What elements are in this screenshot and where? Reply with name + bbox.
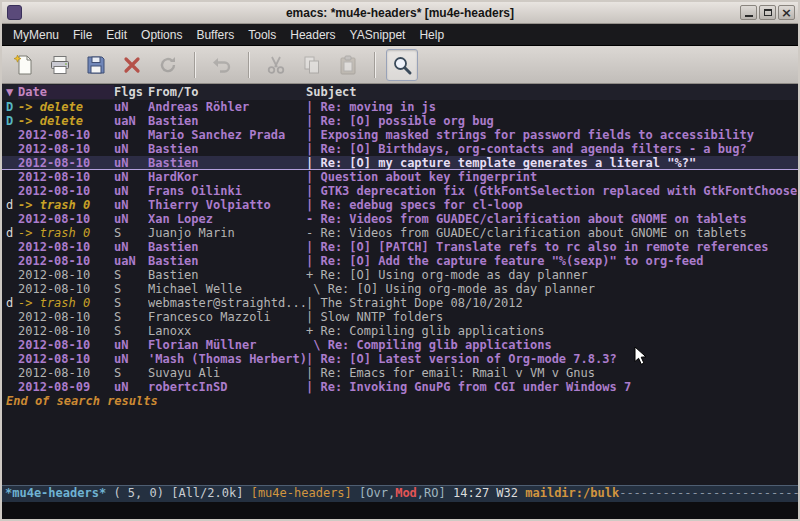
- modeline-major-mode[interactable]: [mu4e-headers]: [251, 486, 359, 500]
- minimize-button[interactable]: [740, 5, 757, 20]
- message-row[interactable]: d-> trash 0SJuanjo Marin- Re: Videos fro…: [2, 226, 798, 240]
- copy-icon: [301, 54, 323, 76]
- maximize-button[interactable]: [759, 5, 776, 20]
- paste-button: [332, 49, 364, 81]
- message-flags: S: [114, 324, 148, 338]
- save-icon: [85, 54, 107, 76]
- close-button[interactable]: [116, 49, 148, 81]
- message-mark: D: [6, 100, 18, 114]
- message-subject: | Exposing masked strings for password f…: [306, 128, 798, 142]
- message-flags: uN: [114, 338, 148, 352]
- message-subject: | Re: [O] [PATCH] Translate refs to rc a…: [306, 240, 798, 254]
- column-header-date[interactable]: Date: [18, 85, 114, 99]
- message-from: Suvayu Ali: [148, 366, 306, 380]
- message-mark: [6, 268, 18, 282]
- message-mark: [6, 170, 18, 184]
- message-date: -> trash 0: [18, 226, 114, 240]
- message-row[interactable]: 2012-08-10uNBastien| Re: [O] my capture …: [2, 156, 798, 170]
- message-row[interactable]: d-> trash 0uNThierry Volpiatto| Re: edeb…: [2, 198, 798, 212]
- save-button[interactable]: [80, 49, 112, 81]
- message-mark: [6, 156, 18, 170]
- message-date: 2012-08-10: [18, 142, 114, 156]
- message-flags: uN: [114, 198, 148, 212]
- message-row[interactable]: 2012-08-09uNrobertcInSD| Re: Invoking Gn…: [2, 380, 798, 394]
- message-from: Michael Welle: [148, 282, 306, 296]
- message-row[interactable]: 2012-08-10uNMario Sanchez Prada| Exposin…: [2, 128, 798, 142]
- title-bar[interactable]: emacs: *mu4e-headers* [mu4e-headers] ×: [2, 2, 798, 24]
- message-mark: [6, 324, 18, 338]
- message-row[interactable]: d-> trash 0Swebmaster@straightd...| The …: [2, 296, 798, 310]
- menu-item-tools[interactable]: Tools: [241, 25, 283, 45]
- message-row[interactable]: 2012-08-10SSuvayu Ali| Re: Emacs for ema…: [2, 366, 798, 380]
- revert-icon: [157, 54, 179, 76]
- message-date: 2012-08-10: [18, 240, 114, 254]
- message-row[interactable]: 2012-08-10uNHardKor| Question about key …: [2, 170, 798, 184]
- menu-item-help[interactable]: Help: [412, 25, 451, 45]
- message-row[interactable]: 2012-08-10uNBastien| Re: [O] Birthdays, …: [2, 142, 798, 156]
- emacs-window: emacs: *mu4e-headers* [mu4e-headers] × M…: [0, 0, 800, 521]
- undo-button: [206, 49, 238, 81]
- toolbar: [2, 46, 798, 84]
- column-header-from[interactable]: From/To: [148, 85, 306, 99]
- menu-item-mymenu[interactable]: MyMenu: [6, 25, 66, 45]
- message-flags: S: [114, 296, 148, 310]
- buffer[interactable]: ▼ Date Flgs From/To Subject D-> deleteuN…: [2, 84, 798, 485]
- message-flags: S: [114, 226, 148, 240]
- message-mark: d: [6, 296, 18, 310]
- message-subject: | Re: [O] Latest version of Org-mode 7.8…: [306, 352, 798, 366]
- modeline-buffer-name[interactable]: *mu4e-headers*: [5, 486, 106, 500]
- message-row[interactable]: 2012-08-10uNBastien| Re: [O] [PATCH] Tra…: [2, 240, 798, 254]
- toolbar-separator: [248, 52, 250, 78]
- window-title: emacs: *mu4e-headers* [mu4e-headers]: [2, 6, 798, 20]
- message-date: 2012-08-10: [18, 324, 114, 338]
- message-from: HardKor: [148, 170, 306, 184]
- menu-item-file[interactable]: File: [66, 25, 99, 45]
- menu-item-yasnippet[interactable]: YASnippet: [343, 25, 413, 45]
- message-row[interactable]: 2012-08-10uN'Mash (Thomas Herbert)| Re: …: [2, 352, 798, 366]
- message-row[interactable]: 2012-08-10SLanoxx+ Re: Compiling glib ap…: [2, 324, 798, 338]
- message-date: -> trash 0: [18, 198, 114, 212]
- message-mark: [6, 240, 18, 254]
- message-flags: uN: [114, 156, 148, 170]
- message-from: Bastien: [148, 114, 306, 128]
- message-mark: d: [6, 198, 18, 212]
- new-file-button[interactable]: [8, 49, 40, 81]
- menu-item-buffers[interactable]: Buffers: [189, 25, 241, 45]
- menu-item-edit[interactable]: Edit: [99, 25, 134, 45]
- column-header-subject[interactable]: Subject: [306, 85, 798, 99]
- message-date: 2012-08-10: [18, 128, 114, 142]
- message-from: Francesco Mazzoli: [148, 310, 306, 324]
- maximize-icon: [764, 9, 772, 16]
- menu-item-options[interactable]: Options: [134, 25, 189, 45]
- mode-line: *mu4e-headers* ( 5, 0) [All/2.0k] [mu4e-…: [2, 485, 798, 502]
- message-row[interactable]: D-> deleteuaNBastien| Re: [O] possible o…: [2, 114, 798, 128]
- echo-area[interactable]: [2, 502, 798, 519]
- message-subject: | Re: edebug specs for cl-loop: [306, 198, 798, 212]
- message-row[interactable]: 2012-08-10SMichael Welle \ Re: [O] Using…: [2, 282, 798, 296]
- message-subject: | Question about key fingerprint: [306, 170, 798, 184]
- message-flags: uN: [114, 100, 148, 114]
- print-button[interactable]: [44, 49, 76, 81]
- message-row[interactable]: 2012-08-10uNXan Lopez- Re: Videos from G…: [2, 212, 798, 226]
- message-subject: | Re: [O] my capture template generates …: [306, 156, 798, 170]
- column-header-flags[interactable]: Flgs: [114, 85, 148, 99]
- message-from: Frans Oilinki: [148, 184, 306, 198]
- toolbar-separator: [374, 52, 376, 78]
- message-row[interactable]: D-> deleteuNAndreas Röhler| Re: moving i…: [2, 100, 798, 114]
- message-from: Bastien: [148, 268, 306, 282]
- search-button[interactable]: [386, 49, 418, 81]
- message-from: Bastien: [148, 254, 306, 268]
- message-row[interactable]: 2012-08-10uaNBastien| Re: [O] Add the ca…: [2, 254, 798, 268]
- close-button[interactable]: ×: [778, 5, 795, 20]
- message-mark: [6, 254, 18, 268]
- message-row[interactable]: 2012-08-10SFrancesco Mazzoli| Slow NNTP …: [2, 310, 798, 324]
- message-flags: uN: [114, 380, 148, 394]
- message-row[interactable]: 2012-08-10SBastien+ Re: [O] Using org-mo…: [2, 268, 798, 282]
- message-from: Xan Lopez: [148, 212, 306, 226]
- message-row[interactable]: 2012-08-10uNFlorian Müllner \ Re: Compil…: [2, 338, 798, 352]
- message-flags: S: [114, 268, 148, 282]
- message-mark: D: [6, 114, 18, 128]
- message-row[interactable]: 2012-08-10uNFrans Oilinki| GTK3 deprecat…: [2, 184, 798, 198]
- menu-item-headers[interactable]: Headers: [283, 25, 342, 45]
- message-mark: d: [6, 226, 18, 240]
